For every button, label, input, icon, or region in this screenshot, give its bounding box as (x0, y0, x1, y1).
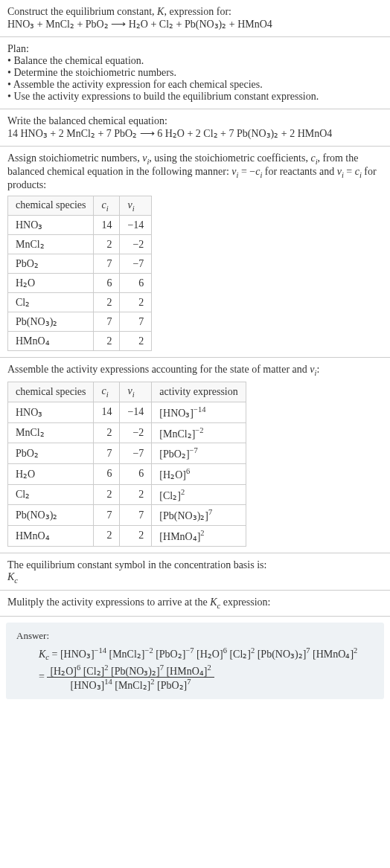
intro-equation: HNO₃ + MnCl₂ + PbO₂ ⟶ H₂O + Cl₂ + Pb(NO₃… (7, 19, 272, 30)
cell-c: 7 (94, 312, 120, 332)
th-ci: ci (94, 382, 120, 402)
mult-kc-k: K (210, 597, 217, 608)
balanced: Write the balanced chemical equation: 14… (0, 109, 390, 147)
assign-rel2: = (344, 166, 355, 177)
cell-species: H₂O (8, 274, 94, 293)
a-base: [HNO₃] (159, 408, 194, 419)
kc-c: c (14, 576, 18, 584)
table-row: MnCl₂2−2[MnCl₂]−2 (8, 422, 246, 443)
table-row: Pb(NO₃)₂77 (8, 312, 152, 332)
cell-v: 6 (120, 274, 152, 293)
answer-line2: = [H₂O]6 [Cl₂]2 [Pb(NO₃)₂]7 [HMnO₄]2 [HN… (16, 663, 374, 692)
cell-c: 2 (94, 235, 120, 254)
plan: Plan: • Balance the chemical equation. •… (0, 37, 390, 109)
cell-species: Pb(NO₃)₂ (8, 312, 94, 332)
table-row: Cl₂22[Cl₂]2 (8, 484, 246, 505)
table-row: MnCl₂2−2 (8, 235, 152, 254)
assign-t2: , using the stoichiometric coefficients, (149, 152, 310, 164)
table-row: HNO₃14−14[HNO₃]−14 (8, 402, 246, 422)
cell-v: −7 (120, 443, 152, 464)
th-vi-sub: i (132, 204, 135, 212)
a-base: [Cl₂] (159, 489, 181, 501)
ans-eq: = (49, 649, 60, 660)
ans-eq2: = (39, 671, 47, 682)
cell-c: 14 (94, 216, 120, 235)
cell-activity: [MnCl₂]−2 (152, 422, 246, 443)
cell-c: 6 (94, 463, 120, 484)
table-row: H₂O66 (8, 274, 152, 293)
a-exp: 6 (186, 467, 190, 475)
symbol: The equilibrium constant symbol in the c… (0, 553, 390, 591)
table-row: H₂O66[H₂O]6 (8, 463, 246, 484)
a-base: [MnCl₂] (159, 428, 195, 439)
cell-species: HNO₃ (8, 216, 94, 235)
th-species: chemical species (8, 382, 94, 402)
a-exp: −14 (194, 405, 205, 414)
th-vi: νi (120, 196, 152, 216)
th-ci-sub2: i (106, 390, 109, 399)
activity-title: Assemble the activity expressions accoun… (7, 364, 383, 377)
assign-t4: for reactants and (262, 166, 336, 177)
a-base: [Pb(NO₃)₂] (159, 510, 208, 521)
activity-colon: : (316, 364, 319, 375)
th-ci-sub: i (106, 204, 109, 212)
table-row: HNO₃14−14 (8, 216, 152, 235)
cell-species: HNO₃ (8, 402, 94, 422)
cell-c: 7 (94, 443, 120, 464)
cell-v: −14 (120, 402, 152, 422)
cell-v: 2 (120, 332, 152, 351)
intro-K: K (157, 6, 164, 17)
a-base: [H₂O] (159, 469, 186, 480)
assign-text: Assign stoichiometric numbers, νi, using… (7, 152, 383, 191)
cell-species: Pb(NO₃)₂ (8, 505, 94, 526)
cell-v: −2 (120, 422, 152, 443)
cell-species: HMnO₄ (8, 332, 94, 351)
th-ci: ci (94, 196, 120, 216)
multiply-title: Mulitply the activity expressions to arr… (7, 597, 210, 608)
cell-v: 6 (120, 463, 152, 484)
cell-activity: [H₂O]6 (152, 463, 246, 484)
cell-v: −14 (120, 216, 152, 235)
plan-title: Plan: (7, 43, 383, 55)
cell-c: 2 (94, 293, 120, 312)
table-row: PbO₂7−7 (8, 254, 152, 274)
cell-c: 14 (94, 402, 120, 422)
assign-t1: Assign stoichiometric numbers, (7, 152, 142, 164)
a-base: [HMnO₄] (159, 531, 200, 542)
multiply-title2: expression: (220, 597, 270, 608)
fraction-denominator: [HNO₃]14 [MnCl₂]2 [PbO₂]7 (47, 678, 214, 692)
table-row: Pb(NO₃)₂77[Pb(NO₃)₂]7 (8, 505, 246, 526)
table-row: PbO₂7−7[PbO₂]−7 (8, 443, 246, 464)
table-row: HMnO₄22[HMnO₄]2 (8, 525, 246, 546)
answer-line1: Kc = [HNO₃]−14 [MnCl₂]−2 [PbO₂]−7 [H₂O]6… (16, 646, 374, 661)
cell-v: −2 (120, 235, 152, 254)
a-exp: −2 (195, 426, 203, 434)
table-row: HMnO₄22 (8, 332, 152, 351)
cell-c: 2 (94, 484, 120, 505)
intro-text-1b: , expression for: (164, 6, 231, 17)
cell-activity: [Pb(NO₃)₂]7 (152, 505, 246, 526)
cell-species: PbO₂ (8, 443, 94, 464)
a-exp: 2 (200, 529, 204, 537)
a-exp: −7 (190, 446, 198, 454)
plan-item: • Assemble the activity expression for e… (7, 79, 383, 91)
plan-item: • Balance the chemical equation. (7, 55, 383, 67)
answer-label: Answer: (16, 630, 374, 642)
answer-box: Answer: Kc = [HNO₃]−14 [MnCl₂]−2 [PbO₂]−… (6, 623, 384, 699)
cell-c: 2 (94, 332, 120, 351)
cell-c: 7 (94, 254, 120, 274)
cell-v: 7 (120, 312, 152, 332)
a-base: [PbO₂] (159, 449, 189, 460)
cell-activity: [PbO₂]−7 (152, 443, 246, 464)
kc-k: K (7, 571, 14, 582)
symbol-title: The equilibrium constant symbol in the c… (7, 559, 383, 571)
cell-v: 7 (120, 505, 152, 526)
cell-v: 2 (120, 525, 152, 546)
th-vi-sub2: i (132, 390, 135, 399)
th-vi: νi (120, 382, 152, 402)
plan-item: • Use the activity expressions to build … (7, 91, 383, 103)
th-activity: activity expression (152, 382, 246, 402)
cell-c: 2 (94, 525, 120, 546)
intro: Construct the equilibrium constant, K, e… (0, 0, 390, 37)
table-row: Cl₂22 (8, 293, 152, 312)
